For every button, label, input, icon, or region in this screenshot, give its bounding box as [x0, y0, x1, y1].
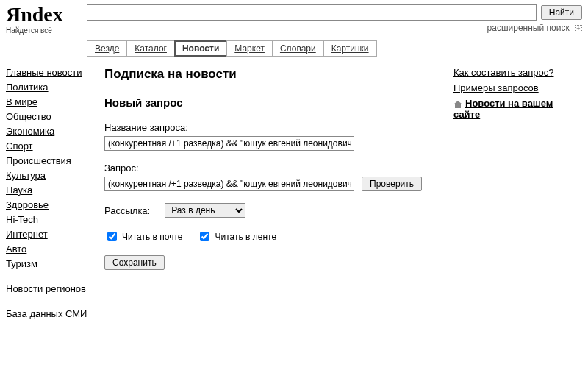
- sidebar: Главные новости Политика В мире Общество…: [6, 67, 93, 323]
- read-mail-checkbox[interactable]: [107, 232, 117, 241]
- tab-dictionaries[interactable]: Словари: [272, 40, 324, 57]
- sidebar-item-culture[interactable]: Культура: [6, 170, 46, 181]
- tab-images[interactable]: Картинки: [323, 40, 377, 57]
- right-links: Как составить запрос? Примеры запросов Н…: [453, 67, 582, 323]
- read-feed-label: Читать в ленте: [215, 232, 276, 242]
- logo-text: Яndex: [6, 4, 79, 25]
- sidebar-item-sport[interactable]: Спорт: [6, 140, 33, 152]
- sidebar-item-incidents[interactable]: Происшествия: [6, 155, 71, 166]
- sidebar-item-auto[interactable]: Авто: [6, 243, 26, 254]
- logo-tagline: Найдется всё: [6, 26, 79, 35]
- sidebar-item-regions[interactable]: Новости регионов: [6, 283, 86, 294]
- examples-link[interactable]: Примеры запросов: [453, 82, 582, 93]
- sidebar-item-main-news[interactable]: Главные новости: [6, 67, 82, 78]
- sidebar-item-media-db[interactable]: База данных СМИ: [6, 308, 87, 319]
- tab-market[interactable]: Маркет: [226, 40, 273, 57]
- query-input[interactable]: [104, 177, 354, 191]
- plus-icon[interactable]: +: [575, 25, 582, 32]
- sidebar-item-hitech[interactable]: Hi-Tech: [6, 214, 38, 225]
- tab-news[interactable]: Новости: [174, 40, 227, 57]
- save-button[interactable]: Сохранить: [104, 255, 165, 270]
- news-on-site-label: Новости на вашем сайте: [453, 98, 553, 120]
- tab-everywhere[interactable]: Везде: [87, 40, 127, 57]
- sidebar-item-science[interactable]: Наука: [6, 185, 32, 196]
- logo: Яndex Найдется всё: [6, 4, 79, 35]
- query-name-input[interactable]: [104, 136, 354, 151]
- check-button[interactable]: Проверить: [362, 177, 422, 191]
- sidebar-item-politics[interactable]: Политика: [6, 82, 49, 93]
- read-feed-option[interactable]: Читать в ленте: [197, 229, 276, 243]
- search-input[interactable]: [87, 4, 537, 21]
- sidebar-item-economy[interactable]: Экономика: [6, 126, 54, 137]
- read-mail-option[interactable]: Читать в почте: [104, 229, 182, 243]
- sidebar-item-society[interactable]: Общество: [6, 111, 51, 122]
- sidebar-item-health[interactable]: Здоровье: [6, 199, 49, 210]
- sidebar-item-world[interactable]: В мире: [6, 96, 37, 107]
- frequency-select[interactable]: Раз в день: [165, 203, 245, 218]
- tab-catalog[interactable]: Каталог: [126, 40, 175, 57]
- news-on-site-link[interactable]: Новости на вашем сайте: [453, 98, 582, 120]
- query-label: Запрос:: [104, 163, 445, 174]
- read-feed-checkbox[interactable]: [200, 232, 209, 241]
- home-icon: [453, 101, 462, 108]
- read-mail-label: Читать в почте: [122, 232, 182, 242]
- sidebar-item-internet[interactable]: Интернет: [6, 229, 48, 240]
- frequency-label: Рассылка:: [104, 205, 150, 216]
- sidebar-item-tourism[interactable]: Туризм: [6, 258, 37, 269]
- section-title: Новый запрос: [104, 96, 445, 109]
- page-title[interactable]: Подписка на новости: [104, 67, 237, 82]
- search-button[interactable]: Найти: [541, 5, 582, 20]
- howto-link[interactable]: Как составить запрос?: [453, 67, 582, 78]
- query-name-label: Название запроса:: [104, 122, 445, 133]
- advanced-search-link[interactable]: расширенный поиск: [487, 23, 570, 33]
- tabs: Везде Каталог Новости Маркет Словари Кар…: [87, 40, 582, 57]
